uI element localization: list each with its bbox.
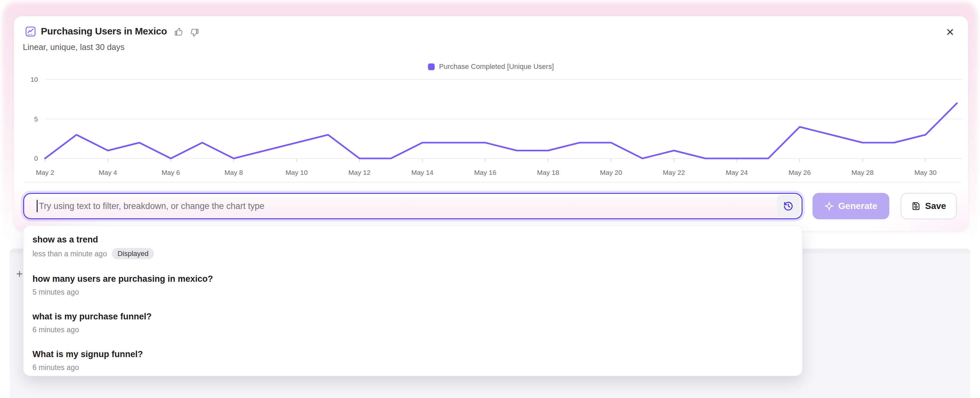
svg-text:10: 10 (30, 76, 38, 83)
legend-swatch (428, 64, 435, 70)
history-item[interactable]: how many users are purchasing in mexico?… (32, 273, 793, 297)
page: + 0510May 2May 4May 6May 8May 10May 12Ma… (0, 0, 980, 398)
chart-bottom-divider (24, 182, 961, 182)
svg-text:May 4: May 4 (99, 169, 117, 176)
thumbs-down-button[interactable] (190, 28, 199, 38)
svg-text:May 10: May 10 (285, 169, 308, 176)
svg-text:May 18: May 18 (537, 169, 559, 176)
svg-text:May 14: May 14 (411, 169, 433, 176)
save-label: Save (925, 201, 946, 211)
insights-chart-icon (25, 26, 36, 37)
svg-text:0: 0 (34, 155, 38, 162)
svg-text:May 6: May 6 (162, 169, 180, 176)
history-item-time: 6 minutes ago (32, 363, 79, 372)
text-caret (37, 200, 38, 212)
svg-text:May 8: May 8 (224, 169, 243, 176)
svg-text:May 2: May 2 (36, 169, 54, 176)
prompt-history-dropdown: show as a trend less than a minute ago D… (23, 225, 802, 376)
history-item[interactable]: What is my signup funnel? 6 minutes ago (32, 349, 793, 372)
thumbs-up-button[interactable] (174, 27, 184, 37)
close-icon[interactable]: ✕ (943, 25, 957, 39)
history-item-time: less than a minute ago (32, 249, 107, 259)
history-item[interactable]: show as a trend less than a minute ago D… (32, 234, 793, 259)
history-item-title: show as a trend (32, 234, 793, 245)
save-button[interactable]: Save (900, 193, 957, 219)
history-item-time: 5 minutes ago (32, 287, 79, 297)
svg-text:May 30: May 30 (915, 169, 937, 176)
svg-text:May 26: May 26 (789, 169, 811, 176)
svg-text:May 24: May 24 (725, 169, 748, 176)
svg-text:5: 5 (34, 115, 38, 123)
add-row-button[interactable]: + (16, 267, 23, 281)
history-item-time: 6 minutes ago (32, 325, 79, 334)
history-icon (782, 200, 794, 212)
svg-text:May 20: May 20 (600, 169, 622, 176)
save-icon (911, 201, 921, 211)
generate-label: Generate (838, 201, 877, 211)
generate-button[interactable]: Generate (813, 193, 889, 219)
history-item[interactable]: what is my purchase funnel? 6 minutes ag… (32, 311, 793, 334)
legend-label: Purchase Completed [Unique Users] (439, 62, 554, 71)
history-item-title: how many users are purchasing in mexico? (32, 273, 793, 285)
chart-subtitle: Linear, unique, last 30 days (23, 42, 125, 52)
chart-legend: Purchase Completed [Unique Users] (14, 62, 968, 71)
ai-prompt-wrap (23, 193, 802, 219)
svg-text:May 12: May 12 (348, 169, 371, 176)
history-item-title: What is my signup funnel? (32, 349, 793, 360)
status-badge: Displayed (112, 248, 154, 259)
svg-text:May 22: May 22 (663, 169, 685, 176)
chart-card: 0510May 2May 4May 6May 8May 10May 12May … (14, 16, 968, 231)
ai-prompt-input[interactable] (23, 193, 802, 219)
svg-text:May 16: May 16 (474, 169, 496, 176)
page-title: Purchasing Users in Mexico (41, 26, 167, 37)
history-button[interactable] (777, 195, 800, 217)
sparkle-icon (824, 201, 834, 211)
history-item-title: what is my purchase funnel? (32, 311, 793, 322)
svg-text:May 28: May 28 (851, 169, 873, 176)
